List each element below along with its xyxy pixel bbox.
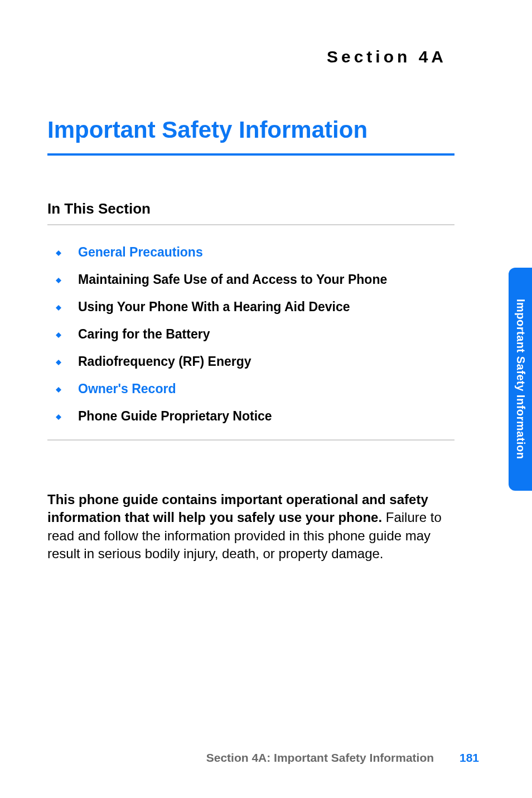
section-label: Section 4A (47, 47, 479, 66)
toc-item-owners-record: Owner's Record (47, 381, 479, 396)
toc-list: General Precautions Maintaining Safe Use… (47, 245, 479, 424)
footer-page-number: 181 (460, 751, 479, 764)
diamond-bullet-icon (56, 250, 61, 256)
svg-marker-2 (56, 305, 61, 311)
side-tab-label: Important Safety Information (514, 299, 527, 459)
toc-link-label[interactable]: Owner's Record (78, 381, 176, 396)
toc-item-caring-battery: Caring for the Battery (47, 327, 479, 342)
toc-item-proprietary-notice: Phone Guide Proprietary Notice (47, 409, 479, 424)
svg-marker-3 (56, 332, 61, 338)
svg-marker-5 (56, 387, 61, 393)
toc-link-label[interactable]: Radiofrequency (RF) Energy (78, 354, 252, 369)
svg-marker-4 (56, 360, 61, 365)
side-tab: Important Safety Information (509, 268, 532, 491)
footer-section-text: Section 4A: Important Safety Information (206, 751, 434, 764)
svg-marker-0 (56, 250, 61, 256)
page-title: Important Safety Information (47, 117, 479, 143)
toc-link-label[interactable]: General Precautions (78, 245, 203, 260)
title-underline (47, 153, 454, 156)
svg-marker-6 (56, 414, 61, 420)
toc-link-label[interactable]: Using Your Phone With a Hearing Aid Devi… (78, 299, 350, 315)
diamond-bullet-icon (56, 278, 61, 283)
toc-link-label[interactable]: Phone Guide Proprietary Notice (78, 409, 272, 424)
toc-item-hearing-aid: Using Your Phone With a Hearing Aid Devi… (47, 299, 479, 315)
in-this-section-heading: In This Section (47, 200, 479, 217)
toc-item-general-precautions: General Precautions (47, 245, 479, 260)
page-content: Section 4A Important Safety Information … (0, 0, 532, 798)
toc-item-rf-energy: Radiofrequency (RF) Energy (47, 354, 479, 369)
diamond-bullet-icon (56, 305, 61, 311)
page-footer: Section 4A: Important Safety Information… (0, 751, 532, 765)
diamond-bullet-icon (56, 387, 61, 393)
diamond-bullet-icon (56, 360, 61, 365)
intro-paragraph: This phone guide contains important oper… (47, 491, 454, 563)
toc-link-label[interactable]: Maintaining Safe Use of and Access to Yo… (78, 272, 387, 287)
toc-link-label[interactable]: Caring for the Battery (78, 327, 210, 342)
toc-item-maintaining-safe-use: Maintaining Safe Use of and Access to Yo… (47, 272, 479, 287)
toc-end-underline (47, 439, 454, 441)
intro-lead-text: This phone guide contains important oper… (47, 492, 428, 525)
subheading-underline (47, 224, 454, 225)
diamond-bullet-icon (56, 332, 61, 338)
svg-marker-1 (56, 278, 61, 283)
diamond-bullet-icon (56, 414, 61, 420)
